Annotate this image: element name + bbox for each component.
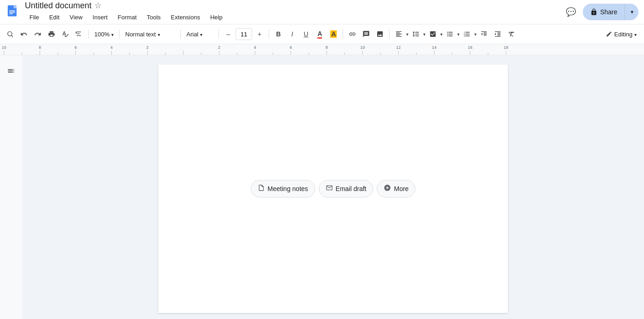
outline-button[interactable] — [3, 63, 19, 79]
svg-rect-2 — [9, 11, 15, 12]
paint-format-button[interactable] — [73, 28, 86, 41]
text-color-button[interactable]: A — [313, 28, 326, 41]
redo-button[interactable] — [31, 28, 44, 41]
image-button[interactable] — [374, 28, 386, 41]
email-draft-icon — [326, 184, 333, 193]
font-value: Arial — [186, 31, 198, 38]
meeting-notes-icon — [258, 184, 265, 193]
link-button[interactable] — [346, 28, 359, 41]
print-button[interactable] — [45, 28, 58, 41]
numbered-list-button[interactable] — [460, 28, 473, 41]
highlight-button[interactable]: A — [327, 28, 340, 41]
chip-meeting-notes[interactable]: Meeting notes — [251, 180, 315, 197]
share-label: Share — [600, 8, 617, 16]
separator-1 — [88, 29, 89, 39]
app-logo — [6, 5, 20, 19]
line-spacing-button[interactable] — [409, 28, 422, 41]
menu-insert[interactable]: Insert — [88, 12, 112, 23]
menu-view[interactable]: View — [65, 12, 87, 23]
chip-email-draft-label: Email draft — [336, 185, 367, 192]
zoom-select[interactable]: 100% — [92, 28, 116, 41]
menu-file[interactable]: File — [25, 12, 44, 23]
svg-point-5 — [8, 32, 12, 36]
chevron-down-icon: ▾ — [631, 9, 633, 15]
bold-button[interactable]: B — [272, 28, 285, 41]
font-size-value: 11 — [241, 31, 247, 38]
indent-decrease-icon — [480, 30, 488, 38]
bullet-list-button[interactable] — [443, 28, 456, 41]
italic-button[interactable]: I — [286, 28, 299, 41]
bullet-list-icon — [446, 30, 454, 38]
numbered-chevron — [474, 32, 477, 37]
highlight-icon: A — [330, 30, 337, 38]
font-chevron — [200, 31, 202, 38]
sidebar — [0, 55, 22, 319]
indent-increase-icon — [494, 30, 501, 38]
font-size-box[interactable]: 11 — [236, 28, 252, 40]
star-icon[interactable]: ☆ — [94, 0, 102, 11]
editing-label: Editing — [614, 31, 632, 38]
share-dropdown-button[interactable]: ▾ — [625, 4, 638, 20]
italic-icon: I — [291, 30, 293, 38]
separator-2 — [119, 29, 120, 39]
lock-icon — [590, 8, 598, 16]
header-right: 💬 Share ▾ — [563, 4, 638, 20]
comment-button[interactable] — [360, 28, 373, 41]
checklist-button[interactable] — [426, 28, 439, 41]
align-icon — [395, 30, 402, 38]
spellcheck-button[interactable] — [59, 28, 72, 41]
editing-chevron — [634, 31, 637, 38]
chip-more-label: More — [394, 185, 408, 192]
chip-meeting-notes-label: Meeting notes — [268, 185, 308, 192]
underline-button[interactable]: U — [299, 28, 312, 41]
indent-increase-button[interactable] — [491, 28, 504, 41]
svg-rect-1 — [14, 6, 17, 8]
link-icon — [349, 30, 356, 38]
numbered-list-icon — [463, 30, 471, 38]
font-select[interactable]: Arial — [184, 28, 216, 41]
bold-icon: B — [276, 30, 281, 38]
align-chevron — [406, 32, 408, 37]
search-button[interactable] — [4, 28, 17, 41]
font-size-decrease-button[interactable]: – — [222, 28, 235, 41]
menu-format[interactable]: Format — [113, 12, 141, 23]
style-chevron — [158, 31, 160, 38]
ruler — [0, 44, 644, 55]
undo-icon — [20, 30, 28, 38]
pencil-icon — [606, 31, 612, 37]
doc-area[interactable]: Meeting notes Email draft More — [22, 55, 644, 319]
undo-button[interactable] — [17, 28, 30, 41]
chip-more[interactable]: More — [377, 180, 415, 197]
menu-edit[interactable]: Edit — [45, 12, 64, 23]
menu-tools[interactable]: Tools — [142, 12, 165, 23]
doc-title[interactable]: Untitled document — [25, 1, 92, 11]
doc-page[interactable]: Meeting notes Email draft More — [158, 64, 508, 313]
separator-6 — [343, 29, 343, 39]
comment-icon — [362, 30, 370, 38]
doc-title-area: Untitled document ☆ File Edit View Inser… — [25, 0, 558, 23]
font-size-increase-button[interactable]: + — [253, 28, 266, 41]
style-select[interactable]: Normal text — [122, 28, 178, 41]
chip-email-draft[interactable]: Email draft — [319, 180, 374, 197]
share-button[interactable]: Share — [583, 5, 625, 19]
separator-5 — [269, 29, 269, 39]
ruler-canvas — [0, 44, 644, 55]
zoom-value: 100% — [94, 31, 109, 38]
bullet-chevron — [457, 32, 460, 37]
menu-bar: File Edit View Insert Format Tools Exten… — [25, 11, 558, 23]
zoom-chevron — [111, 31, 114, 38]
clear-formatting-button[interactable] — [505, 28, 518, 41]
search-icon — [6, 30, 14, 38]
editing-mode[interactable]: Editing — [602, 29, 640, 40]
align-button[interactable] — [392, 28, 405, 41]
indent-decrease-button[interactable] — [477, 28, 490, 41]
menu-help[interactable]: Help — [206, 12, 227, 23]
comments-button[interactable]: 💬 — [563, 4, 579, 20]
style-value: Normal text — [125, 31, 155, 38]
separator-3 — [180, 29, 181, 39]
menu-extensions[interactable]: Extensions — [166, 12, 205, 23]
underline-icon: U — [304, 30, 308, 38]
separator-4 — [218, 29, 219, 39]
doc-title-row: Untitled document ☆ — [25, 0, 558, 11]
separator-7 — [389, 29, 390, 39]
